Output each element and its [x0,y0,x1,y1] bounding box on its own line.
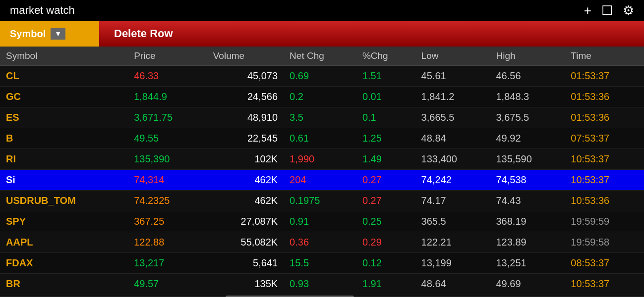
cell-price: 74.2325 [128,191,207,211]
header-icons: + ☐ ⚙ [584,4,634,17]
add-icon[interactable]: + [584,4,591,17]
cell-volume: 48,910 [207,107,284,128]
col-header-low: Low [415,47,490,66]
cell-volume: 22,545 [207,128,284,149]
table-row[interactable]: BR 49.57 135K 0.93 1.91 48.64 49.69 10:5… [0,274,644,295]
cell-pct-chg: 0.25 [356,211,415,232]
symbol-label: Symbol [10,28,46,40]
cell-price: 367.25 [128,211,207,232]
cell-price: 1,844.9 [128,87,207,107]
cell-symbol: Si [0,170,128,191]
cell-time: 08:53:37 [565,253,644,274]
cell-net-chg: 0.91 [284,211,356,232]
dropdown-arrow-icon[interactable]: ▼ [51,28,65,40]
cell-net-chg: 0.36 [284,232,356,253]
cell-net-chg: 1,990 [284,149,356,170]
cell-time: 07:53:37 [565,128,644,149]
col-header-price: Price [128,47,207,66]
table-row[interactable]: GC 1,844.9 24,566 0.2 0.01 1,841.2 1,848… [0,87,644,107]
cell-symbol: B [0,128,128,149]
cell-volume: 45,073 [207,66,284,87]
cell-low: 122.21 [415,232,490,253]
symbol-button[interactable]: Symbol ▼ [0,21,99,47]
settings-icon[interactable]: ⚙ [623,4,634,17]
cell-time: 01:53:36 [565,107,644,128]
cell-symbol: AAPL [0,232,128,253]
cell-net-chg: 0.93 [284,274,356,295]
table-row[interactable]: USDRUB_TOM 74.2325 462K 0.1975 0.27 74.1… [0,191,644,211]
col-header-symbol: Symbol [0,47,128,66]
cell-volume: 135K [207,274,284,295]
cell-low: 74,242 [415,170,490,191]
cell-price: 122.88 [128,232,207,253]
table-row[interactable]: ES 3,671.75 48,910 3.5 0.1 3,665.5 3,675… [0,107,644,128]
cell-pct-chg: 0.01 [356,87,415,107]
table-row[interactable]: B 49.55 22,545 0.61 1.25 48.84 49.92 07:… [0,128,644,149]
cell-time: 10:53:37 [565,170,644,191]
cell-net-chg: 15.5 [284,253,356,274]
cell-net-chg: 0.1975 [284,191,356,211]
cell-symbol: SPY [0,211,128,232]
cell-high: 49.92 [490,128,565,149]
cell-high: 135,590 [490,149,565,170]
cell-volume: 462K [207,191,284,211]
cell-price: 49.55 [128,128,207,149]
cell-high: 368.19 [490,211,565,232]
cell-low: 365.5 [415,211,490,232]
app-container: market watch + ☐ ⚙ Symbol ▼ Delete Row S… [0,0,644,297]
cell-pct-chg: 0.27 [356,191,415,211]
cell-pct-chg: 1.51 [356,66,415,87]
cell-price: 46.33 [128,66,207,87]
cell-price: 3,671.75 [128,107,207,128]
cell-price: 13,217 [128,253,207,274]
table-row[interactable]: CL 46.33 45,073 0.69 1.51 45.61 46.56 01… [0,66,644,87]
cell-net-chg: 0.69 [284,66,356,87]
table-header: Symbol Price Volume Net Chg %Chg Low Hig… [0,47,644,66]
cell-price: 135,390 [128,149,207,170]
cell-low: 48.84 [415,128,490,149]
cell-low: 13,199 [415,253,490,274]
cell-low: 3,665.5 [415,107,490,128]
table-row[interactable]: SPY 367.25 27,087K 0.91 0.25 365.5 368.1… [0,211,644,232]
cell-time: 10:53:36 [565,191,644,211]
table-body: CL 46.33 45,073 0.69 1.51 45.61 46.56 01… [0,66,644,295]
cell-net-chg: 3.5 [284,107,356,128]
table-row[interactable]: AAPL 122.88 55,082K 0.36 0.29 122.21 123… [0,232,644,253]
cell-high: 74,538 [490,170,565,191]
cell-time: 10:53:37 [565,149,644,170]
col-header-time: Time [565,47,644,66]
cell-symbol: CL [0,66,128,87]
cell-pct-chg: 0.12 [356,253,415,274]
cell-net-chg: 0.2 [284,87,356,107]
cell-high: 46.56 [490,66,565,87]
cell-low: 48.64 [415,274,490,295]
table-row[interactable]: Si 74,314 462K 204 0.27 74,242 74,538 10… [0,170,644,191]
cell-high: 1,848.3 [490,87,565,107]
market-table: Symbol Price Volume Net Chg %Chg Low Hig… [0,47,644,295]
market-table-container: Symbol Price Volume Net Chg %Chg Low Hig… [0,47,644,295]
window-icon[interactable]: ☐ [601,4,613,17]
cell-symbol: USDRUB_TOM [0,191,128,211]
delete-row-button[interactable]: Delete Row [99,21,644,47]
cell-symbol: RI [0,149,128,170]
cell-volume: 27,087K [207,211,284,232]
col-header-net-chg: Net Chg [284,47,356,66]
cell-symbol: ES [0,107,128,128]
cell-price: 74,314 [128,170,207,191]
cell-high: 123.89 [490,232,565,253]
cell-symbol: BR [0,274,128,295]
cell-volume: 55,082K [207,232,284,253]
cell-pct-chg: 0.1 [356,107,415,128]
cell-high: 13,251 [490,253,565,274]
app-header: market watch + ☐ ⚙ [0,0,644,21]
cell-low: 133,400 [415,149,490,170]
cell-high: 3,675.5 [490,107,565,128]
cell-volume: 24,566 [207,87,284,107]
cell-net-chg: 204 [284,170,356,191]
cell-high: 49.69 [490,274,565,295]
cell-volume: 102K [207,149,284,170]
cell-low: 74.17 [415,191,490,211]
cell-pct-chg: 1.49 [356,149,415,170]
table-row[interactable]: FDAX 13,217 5,641 15.5 0.12 13,199 13,25… [0,253,644,274]
table-row[interactable]: RI 135,390 102K 1,990 1.49 133,400 135,5… [0,149,644,170]
